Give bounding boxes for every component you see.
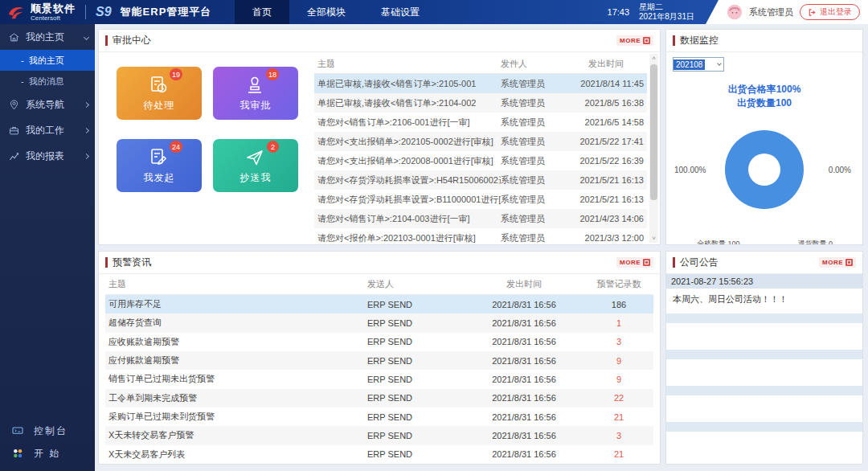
chevron-right-icon bbox=[84, 101, 89, 107]
alert-subject: X天未转交易客户预警 bbox=[105, 429, 367, 441]
alert-count: 1 bbox=[584, 318, 653, 328]
approval-sender: 系统管理员 bbox=[501, 174, 568, 186]
alert-row[interactable]: 工令单到期未完成预警ERP SEND2021/8/31 16:5622 bbox=[105, 389, 653, 408]
sidebar-item-2[interactable]: 系统导航 bbox=[0, 92, 95, 117]
approval-tile-4[interactable]: 2抄送我 bbox=[213, 139, 298, 192]
scrollbar-thumb[interactable] bbox=[650, 64, 657, 200]
alert-time: 2021/8/31 16:56 bbox=[464, 318, 584, 328]
chevron-right-icon bbox=[84, 153, 89, 158]
user-avatar[interactable] bbox=[727, 4, 743, 20]
sidebar-item-1[interactable]: 我的主页 bbox=[0, 24, 95, 50]
alert-count: 9 bbox=[584, 356, 653, 366]
approval-table-header: 主题发件人发出时间 bbox=[314, 54, 647, 74]
approval-row[interactable]: 单据已审核,请接收<销售订单>:2104-002系统管理员2021/8/5 16… bbox=[314, 93, 647, 113]
alert-sender: ERP SEND bbox=[367, 375, 464, 384]
alert-count: 21 bbox=[584, 449, 653, 459]
logout-button[interactable]: 退出登录 bbox=[800, 4, 860, 20]
todo-doc-clock-icon: 19 bbox=[147, 74, 171, 96]
alert-count: 3 bbox=[584, 431, 653, 440]
alert-row[interactable]: 销售订单已过期未出货预警ERP SEND2021/8/31 16:569 bbox=[105, 370, 653, 388]
approval-subject: 请您对<支出报销单>:202105-0002进行[审核] bbox=[314, 136, 501, 148]
chevron-down-icon bbox=[717, 61, 722, 66]
alerts-table-header: 主题发送人发出时间预警记录数 bbox=[105, 274, 653, 295]
approval-row[interactable]: 单据已审核,请接收<销售订单>:2105-001系统管理员2021/8/14 1… bbox=[314, 74, 647, 93]
approval-table: 主题发件人发出时间 单据已审核,请接收<销售订单>:2105-001系统管理员2… bbox=[309, 52, 660, 244]
alert-count: 21 bbox=[584, 412, 653, 422]
alert-sender: ERP SEND bbox=[367, 449, 464, 459]
period-select[interactable]: 202108 bbox=[673, 57, 724, 72]
scroll-down-arrow[interactable]: ˅ bbox=[649, 234, 658, 243]
approval-scrollbar[interactable]: ˄ ˅ bbox=[649, 54, 658, 243]
approval-time: 2021/4/23 14:06 bbox=[568, 214, 647, 223]
alert-row[interactable]: X天未转交易客户预警ERP SEND2021/8/31 16:563 bbox=[105, 426, 653, 444]
tile-count-badge: 2 bbox=[267, 141, 279, 153]
alerts-col-header: 预警记录数 bbox=[584, 278, 653, 290]
nav-tab-3[interactable]: 基础设置 bbox=[363, 0, 437, 24]
alerts-table: 主题发送人发出时间预警记录数 可用库存不足ERP SEND2021/8/31 1… bbox=[99, 274, 660, 464]
alert-row[interactable]: 超储存货查询ERP SEND2021/8/31 16:561 bbox=[105, 313, 653, 332]
approval-tile-2[interactable]: 18我审批 bbox=[213, 67, 298, 120]
approval-sender: 系统管理员 bbox=[501, 232, 568, 244]
approval-col-header: 发出时间 bbox=[568, 58, 647, 70]
approval-center-panel: 审批中心 MORE 19待处理18我审批24我发起2抄送我 主题发件人发出时间 … bbox=[98, 29, 661, 245]
alert-row[interactable]: 应付账款逾期预警ERP SEND2021/8/31 16:569 bbox=[105, 351, 653, 370]
alert-sender: ERP SEND bbox=[367, 356, 464, 366]
pass-rate-text: 出货合格率100% bbox=[673, 83, 856, 96]
alert-time: 2021/8/31 16:56 bbox=[464, 393, 584, 403]
alert-time: 2021/8/31 16:56 bbox=[464, 412, 584, 422]
alerts-more-button[interactable]: MORE bbox=[616, 257, 653, 268]
start-icon bbox=[11, 447, 24, 460]
top-nav: 首页全部模块基础设置 bbox=[235, 0, 437, 24]
alert-time: 2021/8/31 16:56 bbox=[464, 431, 584, 440]
data-monitor-panel: 数据监控 202108 出货合格率100% 出货数量100 100.00% 0.… bbox=[665, 29, 863, 245]
approval-subject: 单据已审核,请接收<销售订单>:2104-002 bbox=[314, 97, 501, 109]
alert-row[interactable]: 采购订单已过期未到货预警ERP SEND2021/8/31 16:5621 bbox=[105, 408, 653, 426]
approval-row[interactable]: 请您对<销售订单>:2106-001进行[一审]系统管理员2021/6/5 14… bbox=[314, 113, 647, 132]
alerts-panel: 预警资讯 MORE 主题发送人发出时间预警记录数 可用库存不足ERP SEND2… bbox=[98, 251, 661, 465]
sidebar-footer: 控制台开 始 bbox=[0, 420, 95, 465]
topbar-user-area: 系统管理员 退出登录 bbox=[706, 0, 868, 24]
nav-tab-2[interactable]: 全部模块 bbox=[289, 0, 363, 24]
approval-tile-3[interactable]: 24我发起 bbox=[117, 139, 202, 192]
alert-subject: 应收账款逾期预警 bbox=[105, 336, 367, 348]
announcements-more-button[interactable]: MORE bbox=[819, 257, 856, 268]
sidebar: 我的主页我的主页我的消息系统导航我的工作我的报表 控制台开 始 bbox=[0, 24, 95, 471]
sidebar-footer-item[interactable]: 控制台 bbox=[0, 420, 95, 442]
alert-sender: ERP SEND bbox=[367, 318, 464, 328]
approval-row[interactable]: 请您对<存货浮动耗损率设置>:H54R15006002进行[审核]系统管理员20… bbox=[314, 170, 647, 190]
announcement-empty-date bbox=[666, 350, 862, 359]
approval-row[interactable]: 请您对<销售订单>:2104-003进行[一审]系统管理员2021/4/23 1… bbox=[314, 209, 647, 228]
logout-label: 退出登录 bbox=[820, 6, 852, 18]
product-mark: S9 bbox=[96, 5, 112, 19]
navigation-pin-icon bbox=[8, 99, 20, 111]
approval-tiles: 19待处理18我审批24我发起2抄送我 bbox=[99, 52, 309, 244]
more-grid-icon bbox=[643, 259, 650, 266]
console-icon bbox=[11, 424, 24, 437]
sidebar-subitem[interactable]: 我的消息 bbox=[0, 71, 95, 92]
alert-sender: ERP SEND bbox=[367, 393, 464, 403]
sidebar-item-4[interactable]: 我的报表 bbox=[0, 143, 95, 169]
alert-sender: ERP SEND bbox=[367, 412, 464, 422]
tile-label: 我审批 bbox=[240, 99, 272, 113]
alert-row[interactable]: 应收账款逾期预警ERP SEND2021/8/31 16:563 bbox=[105, 333, 653, 351]
alert-row[interactable]: X天未交易客户列表ERP SEND2021/8/31 16:5621 bbox=[105, 445, 653, 464]
sidebar-subitem[interactable]: 我的主页 bbox=[0, 50, 95, 71]
approval-row[interactable]: 请您对<存货浮动耗损率设置>:B11000001进行[审核]系统管理员2021/… bbox=[314, 190, 647, 209]
approval-row[interactable]: 请您对<支出报销单>:202105-0002进行[审核]系统管理员2021/5/… bbox=[314, 132, 647, 151]
alert-row[interactable]: 可用库存不足ERP SEND2021/8/31 16:56186 bbox=[105, 295, 653, 313]
approval-row[interactable]: 请您对<报价单>:202103-0001进行[审核]系统管理员2021/3/3 … bbox=[314, 228, 647, 245]
brand-name-en: Centersoft bbox=[31, 15, 76, 22]
approval-more-button[interactable]: MORE bbox=[616, 35, 653, 46]
legend-item: 退货数量 0 (0.00%) bbox=[782, 239, 857, 245]
sidebar-footer-item[interactable]: 开 始 bbox=[0, 442, 95, 465]
clock-time: 17:43 bbox=[608, 7, 630, 17]
scroll-up-arrow[interactable]: ˄ bbox=[649, 54, 658, 63]
approval-row[interactable]: 请您对<支出报销单>:202008-0001进行[审核]系统管理员2021/5/… bbox=[314, 151, 647, 170]
approval-sender: 系统管理员 bbox=[501, 117, 568, 129]
approval-tile-1[interactable]: 19待处理 bbox=[117, 67, 202, 120]
brand-name: 顺景软件 bbox=[31, 3, 76, 14]
nav-tab-1[interactable]: 首页 bbox=[235, 0, 289, 24]
sidebar-item-3[interactable]: 我的工作 bbox=[0, 117, 95, 143]
alert-subject: 工令单到期未完成预警 bbox=[105, 392, 367, 404]
approval-time: 2021/8/5 16:38 bbox=[568, 98, 647, 108]
